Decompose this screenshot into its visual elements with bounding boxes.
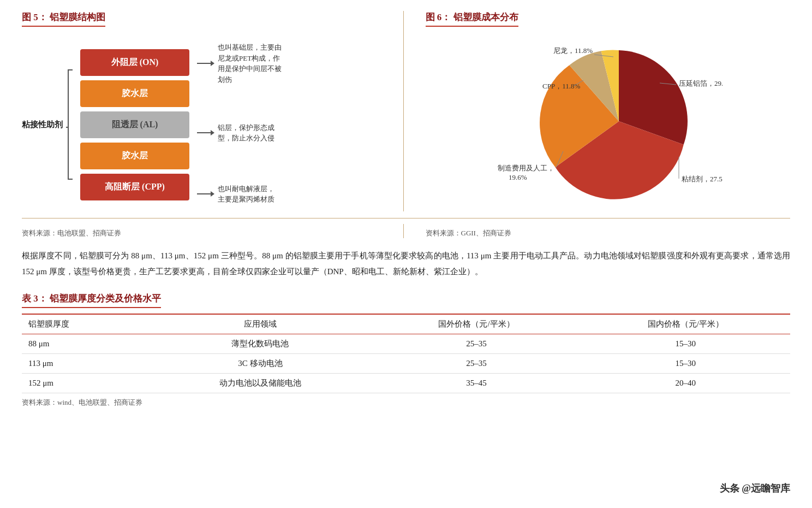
table-cell: 薄型化数码电池 [149,334,372,354]
table-cell: 35–45 [372,374,581,393]
table-cell: 25–35 [372,354,581,374]
left-label: 粘接性助剂 [22,120,63,130]
arrow-line-5 [197,193,213,194]
col-header-0: 铝塑膜厚度 [22,314,149,334]
label-zhanjieji: 粘结剂，27.5% [682,175,723,183]
data-table: 铝塑膜厚度 应用领域 国外价格（元/平米） 国内价格（元/平米） 88 μm薄型… [22,314,790,393]
table-cell: 20–40 [581,374,790,393]
label-cpp: CPP，11.8% [542,82,580,90]
table-source: 资料来源：wind、电池联盟、招商证券 [22,398,790,407]
layer-zu: 阻透层 (AL) [80,111,189,138]
desc-1: 也叫基础层，主要由尼龙或PET构成，作用是保护中间层不被划伤 [218,42,282,85]
top-section: 图 5： 铝塑膜结构图 粘接性助剂 外阻层 (ON) 胶水层 阻透层 (AL) … [22,11,790,218]
layers-container: 粘接性助剂 外阻层 (ON) 胶水层 阻透层 (AL) 胶水层 高阻断层 (CP… [22,42,387,207]
table-row: 152 μm动力电池以及储能电池35–4520–40 [22,374,790,393]
label-nilong: 尼龙，11.8% [553,46,593,55]
table-cell: 3C 移动电池 [149,354,372,374]
sources-row: 资料来源：电池联盟、招商证券 资料来源：GGII、招商证券 [22,224,790,238]
arrow-row-4 [197,150,282,176]
layer-jiao1: 胶水层 [80,80,189,107]
arrow-line-1 [197,63,213,64]
col-header-2: 国外价格（元/平米） [372,314,581,334]
fig6-container: 图 6： 铝塑膜成本分布 [404,11,791,211]
layer-gao: 高阻断层 (CPP) [80,174,189,200]
fig5-title: 图 5： 铝塑膜结构图 [22,11,105,27]
table-cell: 25–35 [372,334,581,354]
col-header-3: 国内价格（元/平米） [581,314,790,334]
fig6-title: 图 6： 铝塑膜成本分布 [426,11,518,27]
watermark: 头条 @远瞻智库 [714,480,796,497]
desc-3: 铝层，保护形态成型，防止水分入侵 [218,122,274,144]
pie-chart-svg: 尼龙，11.8% 压延铝箔，29.4% 粘结剂，27.5% 制造费用及人工， 1… [493,37,723,211]
table-header-row: 铝塑膜厚度 应用领域 国外价格（元/平米） 国内价格（元/平米） [22,314,790,334]
table-cell: 113 μm [22,354,149,374]
fig5-container: 图 5： 铝塑膜结构图 粘接性助剂 外阻层 (ON) 胶水层 阻透层 (AL) … [22,11,404,211]
arrow-row-1: 也叫基础层，主要由尼龙或PET构成，作用是保护中间层不被划伤 [197,42,282,85]
fig6-source: 资料来源：GGII、招商证券 [426,228,791,238]
arrow-row-3: 铝层，保护形态成型，防止水分入侵 [197,120,282,146]
arrow-row-2 [197,89,282,115]
src-right: 资料来源：GGII、招商证券 [404,224,791,238]
bracket-svg [65,64,75,185]
label-zhizao-2: 19.6% [509,173,527,181]
table-body: 88 μm薄型化数码电池25–3515–30113 μm3C 移动电池25–35… [22,334,790,393]
arrows-col: 也叫基础层，主要由尼龙或PET构成，作用是保护中间层不被划伤 铝层，保护形态成型… [197,42,282,207]
table-section: 表 3： 铝塑膜厚度分类及价格水平 铝塑膜厚度 应用领域 国外价格（元/平米） … [22,292,790,407]
src-left: 资料来源：电池联盟、招商证券 [22,224,404,238]
table-cell: 15–30 [581,354,790,374]
desc-5: 也叫耐电解液层，主要是聚丙烯材质 [218,184,274,205]
label-zhizao-1: 制造费用及人工， [498,164,554,172]
table-cell: 15–30 [581,334,790,354]
col-header-1: 应用领域 [149,314,372,334]
body-text: 根据厚度不同，铝塑膜可分为 88 μm、113 μm、152 μm 三种型号。8… [22,248,790,279]
table-title: 表 3： 铝塑膜厚度分类及价格水平 [22,292,161,308]
layer-wai: 外阻层 (ON) [80,49,189,76]
table-row: 88 μm薄型化数码电池25–3515–30 [22,334,790,354]
table-cell: 动力电池以及储能电池 [149,374,372,393]
fig5-source: 资料来源：电池联盟、招商证券 [22,228,387,238]
table-row: 113 μm3C 移动电池25–3515–30 [22,354,790,374]
arrow-line-3 [197,132,213,133]
pie-container: 尼龙，11.8% 压延铝箔，29.4% 粘结剂，27.5% 制造费用及人工， 1… [426,37,791,211]
pie-wrapper: 尼龙，11.8% 压延铝箔，29.4% 粘结剂，27.5% 制造费用及人工， 1… [493,37,723,211]
table-head: 铝塑膜厚度 应用领域 国外价格（元/平米） 国内价格（元/平米） [22,314,790,334]
table-cell: 152 μm [22,374,149,393]
label-yalv: 压延铝箔，29.4% [679,79,723,87]
layers-list: 外阻层 (ON) 胶水层 阻透层 (AL) 胶水层 高阻断层 (CPP) [80,49,189,200]
arrow-row-5: 也叫耐电解液层，主要是聚丙烯材质 [197,181,282,207]
table-cell: 88 μm [22,334,149,354]
layer-jiao2: 胶水层 [80,143,189,169]
